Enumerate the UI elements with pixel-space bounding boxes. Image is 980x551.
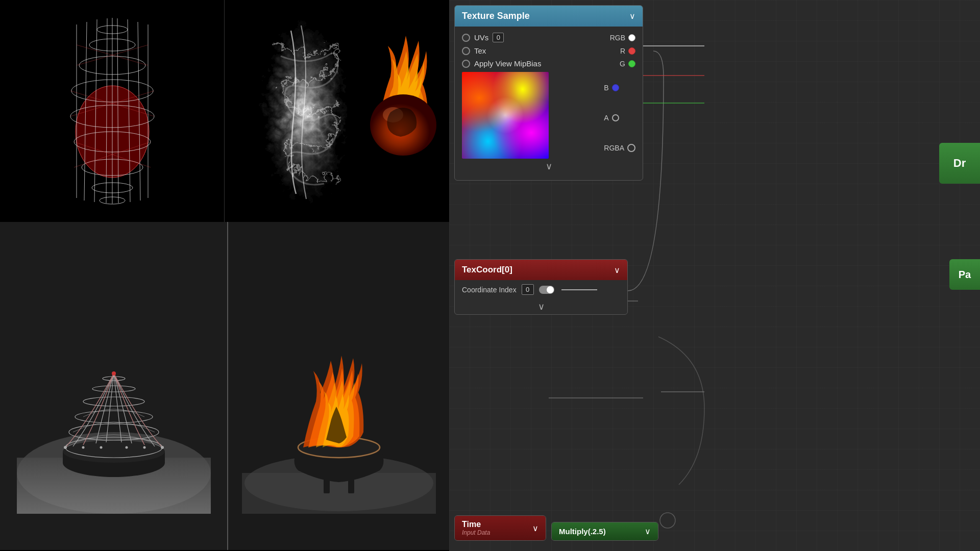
svg-point-36 xyxy=(83,397,144,406)
rgb-dot xyxy=(628,34,635,41)
g-dot xyxy=(628,60,635,67)
viewport-top-row xyxy=(0,0,449,222)
mip-row-left: Apply View MipBias xyxy=(462,59,541,68)
uvs-index[interactable]: 0 xyxy=(493,33,504,42)
texcoord-title: TexCoord[0] xyxy=(462,265,512,275)
uvs-row-left: UVs 0 xyxy=(462,33,504,42)
r-output-row: R xyxy=(620,47,635,55)
uvs-label: UVs xyxy=(474,33,488,42)
g-output-row: G xyxy=(620,60,635,68)
svg-point-40 xyxy=(64,446,67,449)
svg-point-39 xyxy=(112,371,116,375)
uvs-row: UVs 0 RGB xyxy=(462,33,635,42)
viewport-bottom-left[interactable] xyxy=(0,222,228,550)
texture-sample-body: UVs 0 RGB Tex R xyxy=(455,27,643,180)
texture-sample-collapse-btn[interactable]: ∨ xyxy=(629,11,635,21)
multiply-expand-btn[interactable]: ∨ xyxy=(645,527,651,536)
svg-point-53 xyxy=(660,513,675,528)
r-label: R xyxy=(620,47,625,55)
fluid-shape-svg xyxy=(255,15,347,204)
dr-node-text: Dr xyxy=(953,157,966,170)
multiply-node: Multiply(.2.5) ∨ xyxy=(551,522,658,541)
pa-node-text: Pa xyxy=(959,269,971,281)
outputs-baragba: B A RGBA xyxy=(604,72,635,159)
rgb-output-row: RGB xyxy=(610,34,635,42)
svg-point-41 xyxy=(82,446,84,448)
texcoord-body: Coordinate Index 0 xyxy=(455,280,627,299)
coord-toggle[interactable] xyxy=(539,286,554,294)
time-header: Time Input Data ∨ xyxy=(455,516,546,540)
time-label: Time xyxy=(462,520,490,529)
r-dot xyxy=(628,47,635,55)
rgb-label: RGB xyxy=(610,34,625,42)
texture-sample-node: Texture Sample ∨ UVs 0 RGB Tex xyxy=(454,5,643,181)
right-panel: Texture Sample ∨ UVs 0 RGB Tex xyxy=(449,0,980,551)
wireframe-vase-svg xyxy=(56,14,168,208)
svg-point-44 xyxy=(143,446,145,448)
multiply-header: Multiply(.2.5) ∨ xyxy=(552,522,658,540)
fire-cauldron-svg xyxy=(242,259,436,514)
a-output-row: A xyxy=(604,114,635,122)
rgba-label: RGBA xyxy=(604,144,624,152)
texcoord-header: TexCoord[0] ∨ xyxy=(455,260,627,280)
a-dot xyxy=(612,114,619,121)
time-expand-btn[interactable]: ∨ xyxy=(532,523,538,533)
uv-gradient-preview xyxy=(462,72,549,159)
rgba-dot xyxy=(627,144,635,152)
texcoord-collapse-btn[interactable]: ∨ xyxy=(614,265,620,275)
apply-view-label: Apply View MipBias xyxy=(474,59,541,68)
viewport-bottom-right[interactable] xyxy=(228,222,449,550)
a-label: A xyxy=(604,114,608,122)
svg-rect-52 xyxy=(348,478,354,493)
multiply-label: Multiply(.2.5) xyxy=(559,527,606,536)
texcoord-expand[interactable]: ∨ xyxy=(455,299,627,314)
tex-row-left: Tex xyxy=(462,46,486,55)
svg-rect-51 xyxy=(324,478,330,493)
dome-wireframe-svg xyxy=(17,259,211,514)
rgba-output-row: RGBA xyxy=(604,144,635,152)
time-sublabel: Input Data xyxy=(462,529,490,536)
uvs-radio[interactable] xyxy=(462,34,470,42)
tex-label: Tex xyxy=(474,46,486,55)
coord-line xyxy=(561,289,597,290)
svg-point-38 xyxy=(103,377,125,381)
texture-sample-expand[interactable]: ∨ xyxy=(462,159,635,174)
svg-point-45 xyxy=(161,446,164,449)
time-header-content: Time Input Data xyxy=(462,520,490,536)
texture-sample-header: Texture Sample ∨ xyxy=(455,6,643,27)
svg-point-32 xyxy=(63,440,165,463)
texcoord-node: TexCoord[0] ∨ Coordinate Index 0 ∨ xyxy=(454,259,628,315)
tex-row: Tex R xyxy=(462,46,635,55)
texture-sample-title: Texture Sample xyxy=(462,11,530,21)
svg-point-43 xyxy=(125,446,128,448)
svg-point-42 xyxy=(100,446,102,448)
coord-index-input[interactable]: 0 xyxy=(522,284,534,295)
b-output-row: B xyxy=(604,84,635,92)
b-dot xyxy=(612,84,619,91)
fire-sphere-svg xyxy=(362,26,444,158)
coord-index-label: Coordinate Index xyxy=(462,286,517,294)
g-label: G xyxy=(620,60,625,68)
viewport-bottom-row xyxy=(0,222,449,550)
b-label: B xyxy=(604,84,608,92)
svg-point-35 xyxy=(75,411,153,423)
dr-partial-node[interactable]: Dr xyxy=(939,143,980,184)
color-preview-section: B A RGBA xyxy=(462,72,635,159)
time-node: Time Input Data ∨ xyxy=(454,515,546,541)
viewport-top-right[interactable] xyxy=(225,0,449,222)
viewport-area xyxy=(0,0,449,551)
svg-point-37 xyxy=(92,386,135,392)
pa-partial-node[interactable]: Pa xyxy=(949,259,980,290)
viewport-top-left[interactable] xyxy=(0,0,225,222)
mipmip-row: Apply View MipBias G xyxy=(462,59,635,68)
tex-radio[interactable] xyxy=(462,47,470,55)
mip-radio[interactable] xyxy=(462,60,470,68)
